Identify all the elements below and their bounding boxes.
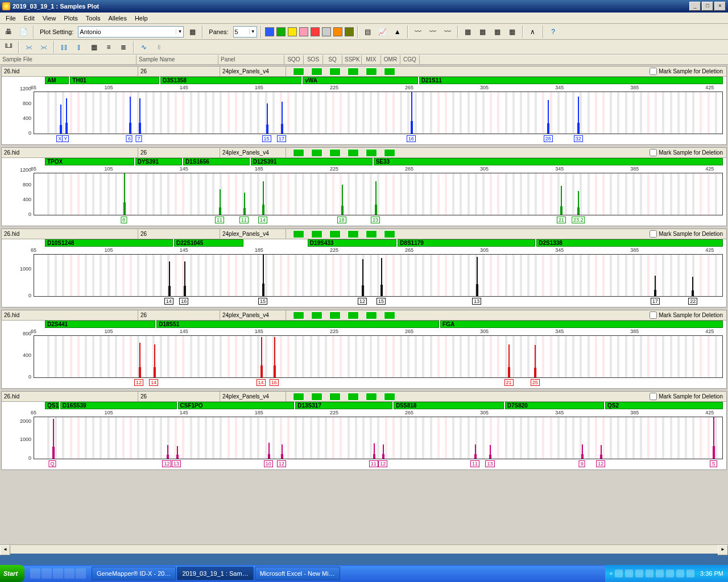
peak[interactable] xyxy=(411,92,412,134)
quality-indicator[interactable] xyxy=(348,230,359,238)
allele-call[interactable]: 18 xyxy=(337,217,346,223)
quality-indicator[interactable] xyxy=(384,68,395,76)
ql-explorer-icon[interactable] xyxy=(53,568,63,579)
allele-call[interactable]: 12 xyxy=(358,298,367,305)
peak[interactable] xyxy=(184,261,185,296)
taskbar-task[interactable]: 2019_03_19_1 : Sam… xyxy=(177,567,253,580)
allele-call[interactable]: 11 xyxy=(239,217,249,223)
ql-ie-icon[interactable] xyxy=(42,568,52,579)
separate-button[interactable]: 📈 xyxy=(377,26,389,38)
taskbar-task[interactable]: GeneMapper® ID-X - 20… xyxy=(92,567,176,580)
allele-call[interactable]: 32 xyxy=(574,135,583,142)
allele-call[interactable]: 17 xyxy=(277,135,286,142)
allele-call[interactable]: 13 xyxy=(485,460,494,467)
locus-label[interactable]: D8S1179 xyxy=(398,239,535,247)
menu-edit[interactable]: Edit xyxy=(20,14,38,23)
quality-indicator[interactable] xyxy=(348,311,359,319)
docview-button[interactable]: 📄 xyxy=(17,26,30,38)
electropherogram-chart[interactable]: 6510514518522526530534538542504008001200… xyxy=(2,166,726,226)
locus-label[interactable]: DYS391 xyxy=(135,158,182,165)
grid-button[interactable]: ▦ xyxy=(88,41,100,53)
peak[interactable] xyxy=(601,445,602,459)
print-button[interactable]: 🖶 xyxy=(2,26,15,38)
dye-grey-toggle[interactable] xyxy=(322,27,331,36)
menu-view[interactable]: View xyxy=(39,14,60,23)
quality-indicator[interactable] xyxy=(384,311,395,319)
allele-call[interactable]: 7 xyxy=(135,135,142,142)
peak[interactable] xyxy=(475,444,476,459)
quality-indicator[interactable] xyxy=(329,230,341,238)
tray-icon[interactable] xyxy=(666,569,674,577)
peak[interactable] xyxy=(263,255,264,296)
plot-setting-edit-button[interactable]: ▦ xyxy=(186,26,198,38)
locus-label[interactable]: FGA xyxy=(440,321,723,328)
allele-call[interactable]: 9 xyxy=(579,460,585,467)
allele-call[interactable]: 12 xyxy=(277,460,286,467)
overlay-button[interactable]: ▤ xyxy=(362,26,374,38)
link-button[interactable]: ╙╜ xyxy=(2,41,15,53)
peak[interactable] xyxy=(66,98,67,134)
peak[interactable] xyxy=(578,97,579,134)
panes-select[interactable]: 5 ▼ xyxy=(233,26,257,38)
peak[interactable] xyxy=(508,344,510,377)
peak[interactable] xyxy=(60,105,61,134)
mark-deletion-checkbox[interactable] xyxy=(650,230,657,238)
menu-tools[interactable]: Tools xyxy=(82,14,104,23)
peak[interactable] xyxy=(263,181,264,215)
scaley-button[interactable]: ⩙ xyxy=(23,41,35,53)
allele-call[interactable]: 11 xyxy=(369,460,378,467)
quality-indicator[interactable] xyxy=(366,311,377,319)
peak[interactable] xyxy=(713,417,714,459)
dye-red-toggle[interactable] xyxy=(311,27,320,36)
peak[interactable] xyxy=(490,445,491,459)
peak[interactable] xyxy=(282,444,283,459)
peak[interactable] xyxy=(261,337,262,377)
quality-indicator[interactable] xyxy=(293,68,304,76)
locus-label[interactable]: D10S1248 xyxy=(45,239,173,247)
quality-indicator[interactable] xyxy=(329,393,341,401)
allele-call[interactable]: 17 xyxy=(651,298,660,305)
locus-label[interactable]: D5S818 xyxy=(394,402,503,409)
quality-indicator[interactable] xyxy=(311,230,322,238)
locus-label[interactable]: TPOX xyxy=(45,158,134,165)
locus-label[interactable]: D2S1338 xyxy=(536,239,723,247)
allele-call[interactable]: 8 xyxy=(121,217,127,223)
locus-label[interactable]: D12S391 xyxy=(251,158,373,165)
quality-indicator[interactable] xyxy=(329,68,341,76)
ql-media-icon[interactable] xyxy=(76,568,86,579)
locus-label[interactable]: vWA xyxy=(303,77,417,84)
quality-indicator[interactable] xyxy=(366,393,377,401)
col-sos[interactable]: SOS xyxy=(304,55,323,64)
dye-green-toggle[interactable] xyxy=(276,27,286,36)
allele-call[interactable]: 22 xyxy=(688,298,697,305)
peak[interactable] xyxy=(169,261,170,296)
quality-indicator[interactable] xyxy=(311,311,322,319)
zoom2-button[interactable]: 〰 xyxy=(427,26,439,38)
quality-indicator[interactable] xyxy=(348,68,359,76)
col-sample-name[interactable]: Sample Name xyxy=(136,55,218,64)
peak[interactable] xyxy=(268,443,270,459)
quality-indicator[interactable] xyxy=(293,311,304,319)
col-panel[interactable]: Panel xyxy=(218,55,284,64)
peak[interactable] xyxy=(383,444,384,459)
quality-indicator[interactable] xyxy=(366,149,377,157)
allele-call[interactable]: S xyxy=(710,460,717,467)
peak[interactable] xyxy=(655,276,656,297)
allele-call[interactable]: 14 xyxy=(258,217,267,223)
locus-label[interactable]: CSF1PO xyxy=(178,402,295,409)
peak[interactable] xyxy=(582,444,583,459)
allele-call[interactable]: 23 xyxy=(371,217,380,223)
tray-icon[interactable] xyxy=(635,569,643,577)
quality-indicator[interactable] xyxy=(348,149,359,157)
peak[interactable] xyxy=(53,419,54,459)
col-cgq[interactable]: CGQ xyxy=(400,55,420,64)
dye-orange-toggle[interactable] xyxy=(333,27,342,36)
locus-label[interactable]: D21S11 xyxy=(419,77,723,84)
mark-deletion-checkbox[interactable] xyxy=(650,393,657,400)
peak[interactable] xyxy=(342,185,343,215)
allele-call[interactable]: 12 xyxy=(378,460,387,467)
peak[interactable] xyxy=(692,277,693,296)
peak[interactable] xyxy=(578,191,579,215)
locus-label[interactable]: QS2 xyxy=(605,402,723,409)
plot-area[interactable] xyxy=(34,254,723,297)
